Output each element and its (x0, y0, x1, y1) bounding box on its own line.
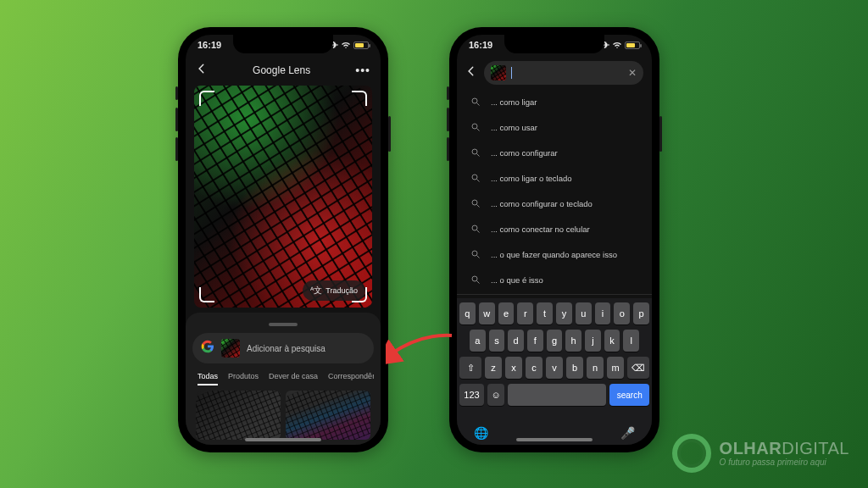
key[interactable]: c (526, 357, 542, 379)
suggestion-item[interactable]: ... como usar (460, 114, 648, 140)
key[interactable]: d (508, 330, 524, 352)
phone-mockup-left: 16:19 ✈ Google Lens ••• ᴬ文 (178, 27, 388, 452)
suggestions-list: ... como ligar ... como usar ... como co… (457, 87, 652, 292)
status-time: 16:19 (469, 40, 492, 50)
suggestion-item[interactable]: ... o que é isso (460, 267, 648, 292)
suggestion-text: ... como configurar (491, 148, 558, 158)
globe-key[interactable]: 🌐 (474, 426, 488, 440)
keyboard-row-1: q w e r t y u i o p (459, 302, 649, 324)
key[interactable]: t (537, 302, 553, 324)
wifi-icon (341, 41, 351, 51)
key[interactable]: e (498, 302, 515, 324)
suggestion-text: ... como usar (491, 123, 537, 132)
watermark: OLHARDIGITAL O futuro passa primeiro aqu… (672, 434, 849, 473)
result-card[interactable] (286, 391, 370, 440)
result-cards (192, 391, 374, 440)
tab-products[interactable]: Produtos (228, 372, 259, 385)
svg-line-3 (477, 129, 480, 131)
screen-search: 16:19 ✈ ✕ ... como ligar ... como usar (457, 35, 652, 445)
back-button[interactable] (465, 65, 477, 80)
delete-key[interactable]: ⌫ (627, 357, 649, 379)
search-icon (469, 273, 482, 286)
suggestion-item[interactable]: ... como conectar no celular (460, 216, 648, 241)
crop-corner-tr[interactable] (352, 91, 367, 106)
search-icon (469, 197, 482, 210)
key[interactable]: k (604, 330, 620, 352)
key[interactable]: u (576, 302, 592, 324)
key[interactable]: l (623, 330, 639, 352)
spacebar[interactable] (508, 384, 606, 406)
drag-handle[interactable] (269, 323, 298, 326)
tab-match[interactable]: Correspondênc (328, 372, 374, 385)
key[interactable]: o (614, 302, 630, 324)
clear-button[interactable]: ✕ (628, 67, 637, 79)
key[interactable]: z (485, 357, 502, 379)
mute-switch (447, 86, 449, 100)
key[interactable]: y (556, 302, 572, 324)
key[interactable]: r (517, 302, 533, 324)
suggestion-item[interactable]: ... o que fazer quando aparece isso (460, 241, 648, 267)
crop-corner-tl[interactable] (199, 91, 214, 106)
notch (504, 35, 604, 53)
volume-down (175, 137, 178, 161)
suggestion-text: ... como ligar o teclado (491, 174, 572, 183)
search-icon (469, 247, 482, 261)
home-indicator[interactable] (245, 438, 321, 441)
key[interactable]: i (595, 302, 611, 324)
svg-line-9 (477, 205, 480, 208)
home-indicator[interactable] (516, 438, 593, 441)
key[interactable]: a (470, 330, 486, 352)
tab-homework[interactable]: Dever de casa (269, 372, 318, 385)
search-key[interactable]: search (609, 384, 649, 406)
search-header: ✕ (457, 58, 652, 87)
suggestion-item[interactable]: ... como configurar (460, 140, 648, 165)
more-button[interactable]: ••• (355, 64, 370, 76)
logo-icon (672, 434, 711, 473)
ios-keyboard: q w e r t y u i o p a s d f g h j k l (457, 298, 652, 445)
search-image-thumb (491, 65, 506, 80)
translate-chip[interactable]: ᴬ文 Tradução (303, 280, 365, 301)
svg-line-13 (477, 256, 480, 258)
brand-tagline: O futuro passa primeiro aqui (720, 458, 849, 467)
key[interactable]: x (505, 357, 522, 379)
key[interactable]: n (587, 357, 604, 379)
tab-all[interactable]: Todas (198, 372, 218, 385)
power-button (388, 116, 391, 152)
key[interactable]: p (633, 302, 649, 324)
key[interactable]: m (607, 357, 624, 379)
emoji-key[interactable]: ☺ (487, 384, 504, 406)
key[interactable]: v (546, 357, 563, 379)
battery-icon (625, 42, 640, 49)
numbers-key[interactable]: 123 (459, 384, 484, 406)
suggestion-item[interactable]: ... como ligar o teclado (460, 165, 648, 191)
search-icon (469, 222, 482, 236)
key[interactable]: q (459, 302, 476, 324)
search-image-thumb (221, 339, 240, 358)
crop-corner-bl[interactable] (199, 287, 214, 302)
key[interactable]: h (565, 330, 581, 352)
suggestion-text: ... como ligar (491, 97, 537, 107)
back-button[interactable] (196, 63, 208, 78)
results-bottom-sheet[interactable]: Adicionar à pesquisa Todas Produtos Deve… (186, 313, 381, 445)
svg-point-0 (472, 98, 477, 103)
svg-line-1 (477, 103, 480, 106)
notch (233, 35, 333, 53)
shift-key[interactable]: ⇧ (459, 357, 481, 379)
key[interactable]: s (489, 330, 505, 352)
key[interactable]: w (479, 302, 495, 324)
annotation-arrow (386, 330, 453, 364)
add-to-search-field[interactable]: Adicionar à pesquisa (192, 333, 374, 363)
suggestion-text: ... como configurar o teclado (491, 199, 593, 208)
status-time: 16:19 (198, 40, 221, 50)
result-card[interactable] (196, 391, 281, 440)
lens-viewfinder[interactable]: ᴬ文 Tradução (194, 86, 372, 308)
suggestion-item[interactable]: ... como ligar (460, 89, 648, 114)
key[interactable]: b (566, 357, 583, 379)
mic-key[interactable]: 🎤 (620, 426, 635, 440)
key[interactable]: j (585, 330, 601, 352)
key[interactable]: f (527, 330, 543, 352)
suggestion-item[interactable]: ... como configurar o teclado (460, 191, 648, 216)
wifi-icon (612, 41, 622, 51)
key[interactable]: g (547, 330, 563, 352)
search-input[interactable]: ✕ (484, 61, 643, 85)
